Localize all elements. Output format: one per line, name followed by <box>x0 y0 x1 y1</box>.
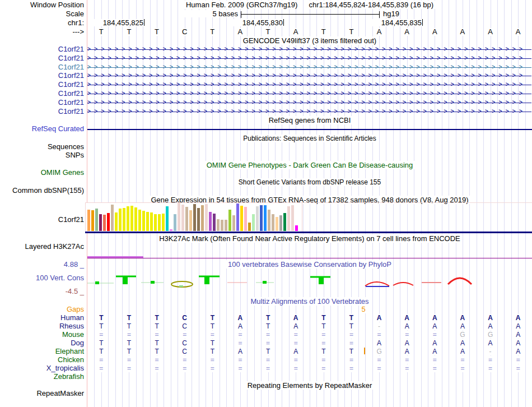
alignment-base: T <box>124 322 133 330</box>
conservation-shape <box>448 278 472 284</box>
alignment-base: C <box>180 314 189 322</box>
conservation-shape <box>151 281 155 284</box>
alignment-base: = <box>347 364 356 372</box>
alignment-base: = <box>403 331 412 339</box>
alignment-base: T <box>124 348 133 355</box>
alignment-base: = <box>403 356 412 364</box>
alignment-base: C <box>180 348 189 355</box>
alignment-base: = <box>124 364 133 372</box>
alignment-base: A <box>291 348 300 355</box>
species-label-x_tropicalis[interactable]: X_tropicalis <box>0 364 85 372</box>
alignment-base: A <box>458 322 467 330</box>
alignment-base: = <box>430 331 439 339</box>
alignment-base: T <box>152 322 161 330</box>
species-label-mouse[interactable]: Mouse <box>0 331 85 339</box>
alignment-base: = <box>236 356 245 364</box>
alignment-base: A <box>430 348 439 355</box>
alignment-base: A <box>236 314 245 322</box>
alignment-base: = <box>347 356 356 364</box>
alignment-base: T <box>264 314 273 322</box>
alignment-base: A <box>430 314 439 322</box>
conservation-shape <box>263 281 267 284</box>
alignment-base: - <box>486 348 495 355</box>
species-label-chicken[interactable]: Chicken <box>0 356 85 364</box>
alignment-base: A <box>486 322 495 330</box>
alignment-base: T <box>264 322 273 330</box>
alignment-base: T <box>152 348 161 355</box>
alignment-base: = <box>180 364 189 372</box>
alignment-base: A <box>236 322 245 330</box>
alignment-base: A <box>514 339 522 347</box>
repeatmasker-track-title: Repeating Elements by RepeatMasker <box>87 382 532 390</box>
gaps-label[interactable]: Gaps <box>0 306 85 313</box>
alignment-base: = <box>264 339 273 347</box>
alignment-base: T <box>319 348 328 355</box>
alignment-base: = <box>124 356 133 364</box>
alignment-base: A <box>403 314 412 322</box>
genome-browser-image: Human Feb. 2009 (GRCh37/hg19)chr1:184,45… <box>0 0 532 407</box>
alignment-base: = <box>264 331 273 339</box>
repeatmasker-label[interactable]: RepeatMasker <box>0 390 85 397</box>
alignment-base: = <box>236 339 245 347</box>
alignment-base: T <box>97 314 106 322</box>
alignment-base: T <box>124 314 133 322</box>
alignment-base: = <box>264 364 273 372</box>
multiz-track-title: Multiz Alignments of 100 Vertebrates <box>87 298 532 306</box>
alignment-base: = <box>458 364 467 372</box>
alignment-base: = <box>208 331 217 339</box>
alignment-base: = <box>375 356 384 364</box>
species-label-elephant[interactable]: Elephant <box>0 348 85 355</box>
alignment-base: A <box>486 339 495 347</box>
alignment-base: = <box>347 331 356 339</box>
alignment-base: = <box>486 356 495 364</box>
alignment-base: A <box>403 348 412 355</box>
species-label-human[interactable]: Human <box>0 314 85 322</box>
alignment-base: A <box>514 314 522 322</box>
conservation-shape <box>393 283 413 285</box>
species-label-rhesus[interactable]: Rhesus <box>0 322 85 330</box>
alignment-base: G <box>375 348 384 355</box>
alignment-base: = <box>124 331 133 339</box>
alignment-base: = <box>236 364 245 372</box>
alignment-base: T <box>208 348 217 355</box>
alignment-base: = <box>319 339 328 347</box>
alignment-base: = <box>152 356 161 364</box>
alignment-base: = <box>291 339 300 347</box>
alignment-base: T <box>152 314 161 322</box>
alignment-base: = <box>291 331 300 339</box>
alignment-base: A <box>403 339 412 347</box>
alignment-base: A <box>375 314 384 322</box>
alignment-base: A <box>291 322 300 330</box>
alignment-base: = <box>514 364 522 372</box>
alignment-base: A <box>236 348 245 355</box>
alignment-base: = <box>347 339 356 347</box>
conservation-shape <box>365 282 389 286</box>
conservation-shape <box>95 281 99 284</box>
conservation-shape <box>204 277 209 284</box>
alignment-base: T <box>319 314 328 322</box>
alignment-base: = <box>291 356 300 364</box>
alignment-base: = <box>319 364 328 372</box>
alignment-base: = <box>236 331 245 339</box>
conservation-shape <box>319 278 324 284</box>
alignment-base: = <box>430 356 439 364</box>
conservation-shape <box>179 285 183 287</box>
alignment-base: = <box>458 356 467 364</box>
species-label-zebrafish[interactable]: Zebrafish <box>0 373 85 381</box>
alignment-base: = <box>152 331 161 339</box>
alignment-base: T <box>208 314 217 322</box>
alignment-base: = <box>152 364 161 372</box>
alignment-base: T <box>347 348 356 355</box>
alignment-base: = <box>403 364 412 372</box>
alignment-base: T <box>208 322 217 330</box>
alignment-base: C <box>180 322 189 330</box>
alignment-base: A <box>458 339 467 347</box>
alignment-base: G <box>486 331 495 339</box>
alignment-base: A <box>375 339 384 347</box>
alignment-base: A <box>458 348 467 355</box>
species-label-dog[interactable]: Dog <box>0 339 85 347</box>
alignment-base: A <box>291 314 300 322</box>
alignment-base: = <box>180 331 189 339</box>
alignment-base: = <box>291 364 300 372</box>
gap-size-annotation: 5 <box>359 306 368 313</box>
